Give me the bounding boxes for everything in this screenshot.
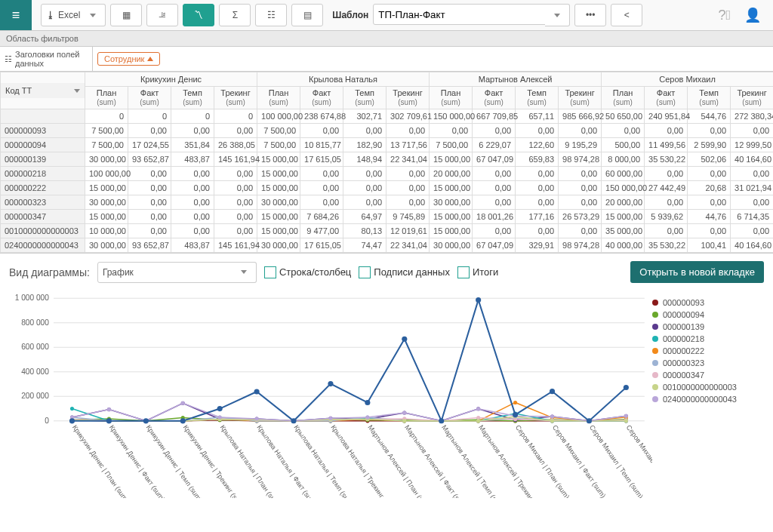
data-cell: 0,00 [386,167,430,181]
more-button[interactable]: ••• [574,4,606,26]
person-header[interactable]: Серов Михаил [602,72,773,87]
metric-header[interactable]: Факт(sum) [300,87,343,109]
filter-area[interactable]: Область фильтров [0,31,773,47]
data-cell: 40 000,00 [602,238,645,253]
data-cell: 0,00 [386,181,430,195]
row-code[interactable]: 000000222 [1,181,85,195]
svg-point-167 [476,407,480,411]
chart-legend: 0000000930000000940000001390000002180000… [652,291,765,498]
user-icon[interactable]: 👤 [744,7,761,23]
data-cell: 0,00 [473,167,516,181]
metric-header[interactable]: План(sum) [85,87,128,109]
legend-item[interactable]: 000000218 [652,334,765,343]
row-code[interactable]: 000000323 [1,195,85,210]
legend-item[interactable]: 000000347 [652,371,765,380]
data-cell: 15 000,00 [85,210,128,224]
svg-text:0: 0 [45,417,49,425]
chart-view-label: Вид диаграммы: [9,266,90,278]
employee-chip[interactable]: Сотрудник [97,52,160,66]
metric-header[interactable]: Темп(sum) [343,87,386,109]
export-dropdown-button[interactable] [81,4,106,26]
summary-cell: 240 951,84 [645,109,688,124]
row-code[interactable]: 000000094 [1,138,85,152]
row-col-checkbox[interactable]: Строка/столбец [264,266,351,278]
metric-header[interactable]: Темп(sum) [516,87,559,109]
legend-color-icon [652,372,658,378]
view-sigma-button[interactable]: Σ [219,4,251,26]
data-cell: 0,00 [300,181,343,195]
metric-header[interactable]: План(sum) [602,87,645,109]
data-labels-checkbox[interactable]: Подписи данных [359,266,450,278]
row-code[interactable]: 000000139 [1,152,85,167]
data-cell: 9 745,89 [386,210,430,224]
row-code[interactable]: 0010000000000003 [1,224,85,238]
fields-icon: ☷ [5,54,12,64]
data-cell: 0,00 [300,124,343,138]
data-cell: 500,00 [602,138,645,152]
summary-cell: 657,11 [516,109,559,124]
open-new-tab-button[interactable]: Открыть в новой вкладке [630,261,764,283]
chart-type-dropdown[interactable] [232,262,257,283]
metric-header[interactable]: Факт(sum) [128,87,171,109]
legend-item[interactable]: 0010000000000003 [652,383,765,392]
metric-header[interactable]: Факт(sum) [645,87,688,109]
data-cell: 40 164,60 [731,152,773,167]
summary-cell: 667 709,85 [473,109,516,124]
row-code[interactable]: 000000218 [1,167,85,181]
view-line-button[interactable]: 〽 [183,4,214,26]
legend-item[interactable]: 000000222 [652,346,765,355]
template-dropdown-button[interactable] [545,4,570,26]
metric-header[interactable]: План(sum) [430,87,473,109]
legend-item[interactable]: 000000094 [652,310,765,319]
data-cell: 177,16 [516,210,559,224]
data-cell: 15 000,00 [257,224,300,238]
data-cell: 22 341,04 [386,238,430,253]
data-cell: 0,00 [516,181,559,195]
metric-header[interactable]: Темп(sum) [688,87,731,109]
row-code[interactable]: 000000347 [1,210,85,224]
metric-header[interactable]: План(sum) [257,87,300,109]
chart-type-select[interactable]: График [97,262,236,283]
export-excel-button[interactable]: ⭳ Excel [41,4,85,26]
data-cell: 20 000,00 [430,167,473,181]
row-code[interactable]: 000000093 [1,124,85,138]
legend-color-icon [652,336,658,342]
help-icon[interactable]: ?⃝ [718,8,731,23]
view-card-button[interactable]: ▤ [291,4,323,26]
row-code[interactable]: 0240000000000043 [1,238,85,253]
sort-asc-icon [147,57,153,61]
metric-header[interactable]: Трекинг(sum) [731,87,773,109]
template-input[interactable] [373,4,550,25]
legend-item[interactable]: 0240000000000043 [652,395,765,404]
view-bar-button[interactable]: ⫡ [146,4,178,26]
share-button[interactable]: < [611,4,642,26]
legend-item[interactable]: 000000093 [652,298,765,307]
totals-checkbox[interactable]: Итоги [457,266,498,278]
data-cell: 67 047,09 [473,152,516,167]
sigma-icon: Σ [233,10,238,20]
row-dimension-select[interactable]: Код ТТ [1,83,85,98]
data-cell: 122,60 [516,138,559,152]
menu-icon[interactable]: ≡ [0,0,32,30]
person-header[interactable]: Крикухин Денис [85,72,257,87]
view-tree-button[interactable]: ☷ [255,4,287,26]
data-cell: 0,00 [128,167,171,181]
person-header[interactable]: Мартынов Алексей [430,72,602,87]
legend-item[interactable]: 000000139 [652,322,765,331]
svg-point-151 [476,419,480,423]
legend-color-icon [652,312,658,318]
metric-header[interactable]: Трекинг(sum) [214,87,257,109]
data-cell: 15 000,00 [430,181,473,195]
data-cell: 35 000,00 [602,224,645,238]
metric-header[interactable]: Трекинг(sum) [559,87,602,109]
metric-header[interactable]: Темп(sum) [171,87,214,109]
legend-item[interactable]: 000000323 [652,358,765,367]
view-table-button[interactable]: ▦ [110,4,142,26]
data-cell: 0,00 [602,124,645,138]
data-cell: 0,00 [645,224,688,238]
person-header[interactable]: Крылова Наталья [257,72,430,87]
metric-header[interactable]: Факт(sum) [473,87,516,109]
data-cell: 100,41 [688,238,731,253]
data-cell: 30 000,00 [257,238,300,253]
metric-header[interactable]: Трекинг(sum) [386,87,430,109]
